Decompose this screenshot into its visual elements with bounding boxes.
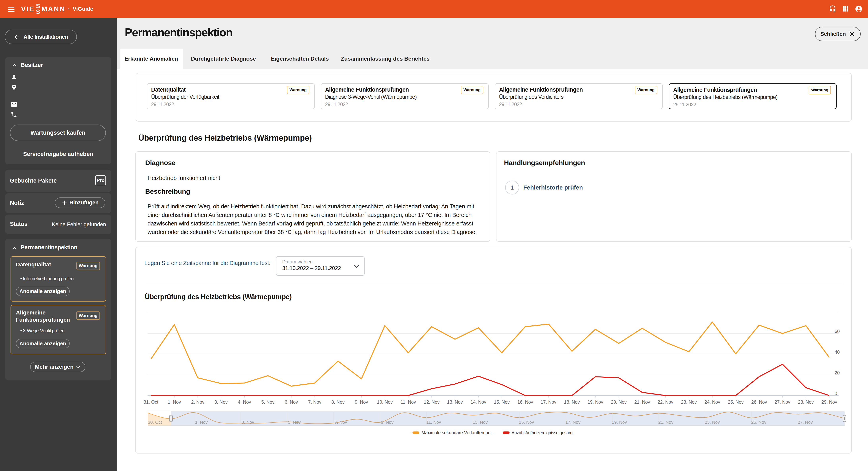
svg-text:7. Nov: 7. Nov xyxy=(334,420,347,425)
svg-text:11. Nov: 11. Nov xyxy=(401,400,416,405)
svg-text:5. Nov: 5. Nov xyxy=(288,420,301,425)
svg-text:14. Nov: 14. Nov xyxy=(470,400,486,405)
svg-text:1. Nov: 1. Nov xyxy=(168,400,181,405)
svg-text:15. Nov: 15. Nov xyxy=(494,400,510,405)
svg-text:24. Nov: 24. Nov xyxy=(704,400,720,405)
svg-text:20: 20 xyxy=(835,370,840,376)
svg-text:15. Nov: 15. Nov xyxy=(519,420,534,425)
svg-text:28. Nov: 28. Nov xyxy=(798,400,814,405)
svg-text:9. Nov: 9. Nov xyxy=(355,400,368,405)
svg-text:60: 60 xyxy=(835,329,840,334)
svg-text:22. Nov: 22. Nov xyxy=(657,400,673,405)
svg-text:13. Nov: 13. Nov xyxy=(473,420,488,425)
svg-text:16. Nov: 16. Nov xyxy=(517,400,533,405)
svg-text:11. Nov: 11. Nov xyxy=(426,420,441,425)
svg-text:23. Nov: 23. Nov xyxy=(681,400,697,405)
svg-text:1. Nov: 1. Nov xyxy=(195,420,208,425)
svg-text:13. Nov: 13. Nov xyxy=(447,400,463,405)
svg-text:27. Nov: 27. Nov xyxy=(798,420,813,425)
svg-text:25. Nov: 25. Nov xyxy=(728,400,744,405)
svg-text:3. Nov: 3. Nov xyxy=(214,400,228,405)
svg-text:21. Nov: 21. Nov xyxy=(634,400,650,405)
svg-text:25. Nov: 25. Nov xyxy=(751,420,766,425)
svg-text:10. Nov: 10. Nov xyxy=(377,400,393,405)
svg-text:5. Nov: 5. Nov xyxy=(261,400,275,405)
svg-text:9. Nov: 9. Nov xyxy=(381,420,394,425)
svg-text:30. Oct: 30. Oct xyxy=(148,420,162,425)
svg-text:19. Nov: 19. Nov xyxy=(587,400,603,405)
svg-text:19. Nov: 19. Nov xyxy=(612,420,627,425)
svg-text:29. Nov: 29. Nov xyxy=(822,400,837,405)
svg-text:23. Nov: 23. Nov xyxy=(705,420,720,425)
svg-text:4. Nov: 4. Nov xyxy=(238,400,251,405)
svg-text:27. Nov: 27. Nov xyxy=(774,400,790,405)
svg-text:Maximale sekundäre Vorlauftemp: Maximale sekundäre Vorlauftempe... xyxy=(422,430,494,435)
svg-text:2. Nov: 2. Nov xyxy=(191,400,205,405)
svg-text:26. Nov: 26. Nov xyxy=(751,400,767,405)
svg-text:3. Nov: 3. Nov xyxy=(242,420,254,425)
svg-text:8. Nov: 8. Nov xyxy=(332,400,345,405)
svg-text:6. Nov: 6. Nov xyxy=(285,400,298,405)
svg-text:20. Nov: 20. Nov xyxy=(611,400,627,405)
svg-text:17. Nov: 17. Nov xyxy=(565,420,581,425)
svg-text:31. Oct: 31. Oct xyxy=(144,400,158,405)
svg-text:Anzahl Aufheizereignisse gesam: Anzahl Aufheizereignisse gesamt xyxy=(512,430,574,435)
svg-text:17. Nov: 17. Nov xyxy=(540,400,556,405)
svg-text:12. Nov: 12. Nov xyxy=(424,400,440,405)
svg-text:7. Nov: 7. Nov xyxy=(308,400,321,405)
svg-text:21. Nov: 21. Nov xyxy=(658,420,673,425)
svg-text:40: 40 xyxy=(835,350,840,355)
svg-text:18. Nov: 18. Nov xyxy=(564,400,580,405)
